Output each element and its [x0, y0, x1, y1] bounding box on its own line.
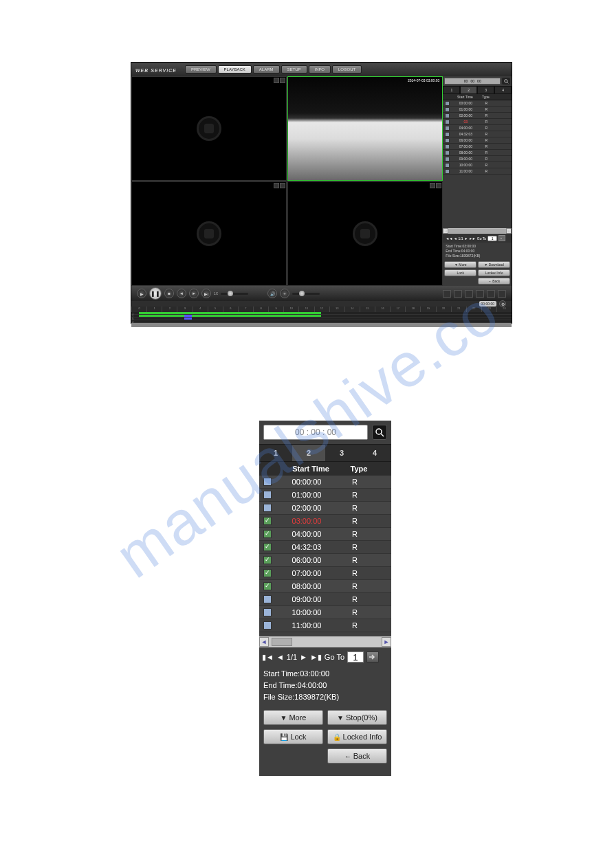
checkbox[interactable]: [263, 530, 272, 538]
channel-tab-1[interactable]: 1: [259, 445, 292, 461]
list-item[interactable]: 04:00:00R: [443, 125, 512, 131]
checkbox[interactable]: [263, 543, 272, 551]
checkbox[interactable]: [445, 163, 450, 168]
goto-button[interactable]: →: [498, 235, 505, 241]
list-item[interactable]: 11:00:00R: [443, 168, 512, 175]
checkbox[interactable]: [445, 157, 450, 162]
download-button[interactable]: ▼ Download: [478, 261, 510, 268]
list-item[interactable]: 04:32:03R: [259, 541, 391, 554]
scroll-right-icon[interactable]: ►: [382, 637, 391, 647]
goto-input[interactable]: [347, 652, 364, 663]
stop-button[interactable]: ▼Stop(0%): [327, 710, 387, 725]
list-item[interactable]: 00:00:00R: [443, 100, 512, 107]
grid-icon[interactable]: [465, 290, 473, 298]
goto-button[interactable]: [366, 652, 379, 663]
channel-tab-3[interactable]: 3: [477, 86, 494, 94]
list-item[interactable]: 02:00:00R: [443, 113, 512, 119]
list-scrollbar[interactable]: ◄►: [443, 228, 512, 234]
locked-info-button[interactable]: Locked Info: [478, 269, 510, 276]
nav-next[interactable]: ►: [300, 653, 307, 661]
timeline-scrollbar[interactable]: [131, 323, 512, 327]
checkbox[interactable]: [445, 151, 450, 155]
play-button[interactable]: ▶: [137, 289, 146, 298]
video-pane-4[interactable]: [287, 181, 443, 286]
stop-button[interactable]: ■: [164, 289, 174, 298]
list-item[interactable]: 07:00:00R: [259, 567, 391, 580]
grid-icon[interactable]: [476, 290, 484, 298]
back-button[interactable]: ←Back: [327, 748, 387, 764]
lock-button[interactable]: 💾Lock: [263, 729, 323, 744]
tab-logout[interactable]: LOGOUT: [332, 65, 362, 74]
checkbox[interactable]: [445, 107, 450, 112]
channel-tab-4[interactable]: 4: [494, 86, 512, 94]
timeline-tracks[interactable]: 1 2 3 4: [131, 312, 512, 323]
back-button[interactable]: ← Back: [478, 278, 510, 285]
list-item[interactable]: 08:00:00R: [259, 580, 391, 593]
video-pane-2[interactable]: 2014-07-03 03:00:03: [287, 76, 443, 181]
list-item[interactable]: 11:00:00R: [259, 619, 391, 632]
nav-prev[interactable]: ◄: [276, 653, 284, 661]
checkbox[interactable]: [263, 595, 272, 603]
zoom-button[interactable]: +: [280, 289, 289, 298]
tab-info[interactable]: INFO: [309, 65, 331, 74]
checkbox[interactable]: [445, 113, 450, 118]
tab-setup[interactable]: SETUP: [281, 65, 307, 74]
list-item[interactable]: 06:00:00R: [443, 137, 512, 144]
list-item[interactable]: 01:00:00R: [443, 107, 512, 113]
checkbox[interactable]: [263, 569, 272, 577]
channel-tab-1[interactable]: 1: [443, 86, 460, 94]
checkbox[interactable]: [263, 478, 272, 486]
list-item[interactable]: 08:00:00R: [443, 150, 512, 156]
checkbox[interactable]: [445, 138, 450, 143]
checkbox[interactable]: [263, 491, 272, 499]
checkbox[interactable]: [445, 126, 450, 131]
time-search-input[interactable]: 00 : 00 : 00: [263, 425, 368, 440]
list-item[interactable]: 04:00:00R: [259, 528, 391, 541]
fast-button[interactable]: ►: [189, 289, 199, 298]
tab-alarm[interactable]: ALARM: [253, 65, 280, 74]
search-button[interactable]: [502, 78, 510, 85]
locked-info-button[interactable]: 🔒Locked Info: [327, 729, 387, 744]
list-item[interactable]: 10:00:00R: [259, 606, 391, 619]
nav-first-prev[interactable]: ◄◄ ◄: [446, 236, 457, 241]
checkbox[interactable]: [445, 169, 450, 174]
tab-playback[interactable]: PLAYBACK: [218, 65, 252, 74]
volume-slider[interactable]: [292, 293, 320, 295]
goto-input[interactable]: [487, 236, 497, 241]
list-item[interactable]: 01:00:00R: [259, 489, 391, 502]
scroll-thumb[interactable]: [272, 638, 292, 646]
checkbox[interactable]: [445, 132, 450, 137]
list-item[interactable]: 10:00:00R: [443, 162, 512, 168]
grid-icon[interactable]: [454, 290, 462, 298]
layout-button[interactable]: [443, 290, 451, 298]
pause-button[interactable]: ❚❚: [149, 287, 162, 300]
list-item[interactable]: 03:00:00R: [259, 515, 391, 528]
checkbox[interactable]: [263, 621, 272, 630]
more-button[interactable]: ▼ More: [444, 261, 476, 268]
channel-tab-4[interactable]: 4: [358, 445, 391, 461]
volume-button[interactable]: 🔊: [267, 289, 277, 298]
nav-next-last[interactable]: ► ►►: [465, 236, 476, 241]
checkbox[interactable]: [263, 608, 272, 616]
checkbox[interactable]: [263, 504, 272, 512]
nav-first[interactable]: ▮◄: [262, 653, 274, 662]
list-item[interactable]: 02:00:00R: [259, 502, 391, 515]
nav-last[interactable]: ►▮: [310, 653, 322, 662]
time-search-input[interactable]: [444, 78, 501, 85]
lock-button[interactable]: Lock: [444, 269, 476, 276]
channel-tab-2[interactable]: 2: [292, 445, 325, 461]
checkbox[interactable]: [445, 120, 450, 124]
step-button[interactable]: ▶|: [201, 289, 211, 298]
list-item[interactable]: 09:00:00R: [443, 156, 512, 162]
tab-preview[interactable]: PREVIEW: [185, 65, 217, 74]
video-pane-3[interactable]: [131, 181, 287, 286]
list-item[interactable]: 00:00:00R: [259, 476, 391, 489]
list-item[interactable]: 07:00:00R: [443, 144, 512, 150]
list-item[interactable]: 04:32:03R: [443, 131, 512, 137]
list-item[interactable]: 03R: [443, 119, 512, 125]
checkbox[interactable]: [263, 517, 272, 525]
list-item[interactable]: 09:00:00R: [259, 593, 391, 606]
channel-tab-3[interactable]: 3: [325, 445, 358, 461]
speed-slider[interactable]: [221, 293, 248, 295]
search-button[interactable]: [372, 425, 387, 440]
